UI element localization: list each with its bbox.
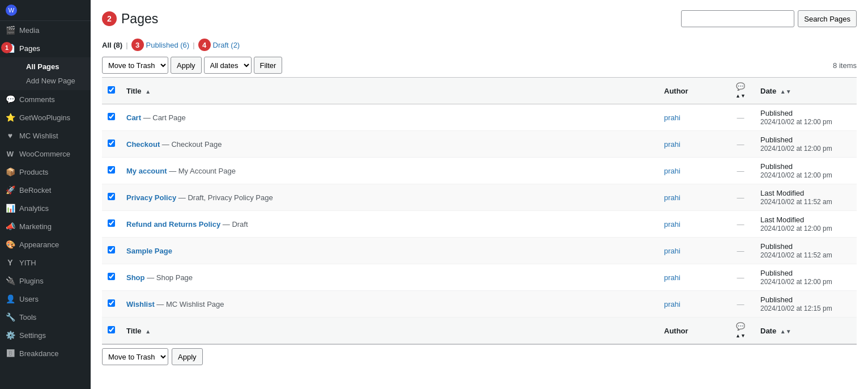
row-author-link[interactable]: prahi xyxy=(664,140,680,149)
row-date-cell: Last Modified 2024/10/02 at 12:00 pm xyxy=(755,211,857,238)
table-header-date[interactable]: Date ▲▼ xyxy=(755,78,857,104)
row-author-cell: prahi xyxy=(658,264,726,291)
row-title-cell: Wishlist — MC Wishlist Page xyxy=(121,291,658,318)
row-comments-cell: — xyxy=(726,104,755,131)
sidebar-item-marketing[interactable]: 📣 Marketing xyxy=(0,217,91,235)
sidebar-item-plugins[interactable]: 🔌 Plugins xyxy=(0,272,91,290)
row-title-link[interactable]: Cart xyxy=(126,113,141,122)
row-date-cell: Published 2024/10/02 at 12:00 pm xyxy=(755,131,857,158)
row-checkbox[interactable] xyxy=(108,273,115,280)
row-author-link[interactable]: prahi xyxy=(664,113,680,122)
step-badge-2: 2 xyxy=(102,11,117,26)
row-author-link[interactable]: prahi xyxy=(664,167,680,175)
sidebar-item-media[interactable]: 🎬 Media xyxy=(0,21,91,39)
sidebar-item-pages[interactable]: 📄 Pages 1 xyxy=(0,39,91,57)
row-date-status: Published xyxy=(760,242,793,251)
row-checkbox[interactable] xyxy=(108,166,115,174)
row-author-cell: prahi xyxy=(658,238,726,264)
row-title-link[interactable]: Refund and Returns Policy xyxy=(126,220,220,229)
appearance-icon: 🎨 xyxy=(6,240,15,249)
sidebar-item-yith[interactable]: Y YITH xyxy=(0,253,91,272)
sidebar-item-users[interactable]: 👤 Users xyxy=(0,290,91,308)
bulk-action-area: Move to Trash Apply All dates Filter xyxy=(102,57,282,74)
table-header-title[interactable]: Title ▲ xyxy=(121,78,658,104)
sidebar-item-getwoo[interactable]: ⭐ GetWooPlugins xyxy=(0,108,91,126)
sidebar-item-comments[interactable]: 💬 Comments xyxy=(0,90,91,108)
marketing-icon: 📣 xyxy=(6,222,15,231)
bulk-action-bottom-select[interactable]: Move to Trash xyxy=(102,348,168,365)
title-footer-sort-icon: ▲ xyxy=(145,328,151,335)
filter-button[interactable]: Filter xyxy=(254,57,283,74)
row-title-link[interactable]: Wishlist xyxy=(126,300,155,308)
sidebar-item-breakdance[interactable]: 🅱 Breakdance xyxy=(0,344,91,362)
sidebar-item-products[interactable]: 📦 Products xyxy=(0,163,91,181)
sidebar-pages-submenu: All Pages Add New Page xyxy=(0,57,91,90)
sidebar-item-berocket[interactable]: 🚀 BeRocket xyxy=(0,181,91,199)
row-comments-value: — xyxy=(737,220,744,229)
row-title-cell: Privacy Policy — Draft, Privacy Policy P… xyxy=(121,184,658,211)
sidebar-item-label: Appearance xyxy=(19,240,59,249)
table-footer-title[interactable]: Title ▲ xyxy=(121,318,658,344)
status-tab-draft[interactable]: Draft (2) xyxy=(213,41,240,49)
table-footer-date[interactable]: Date ▲▼ xyxy=(755,318,857,344)
row-title-link[interactable]: Sample Page xyxy=(126,247,172,255)
sidebar-item-label: Products xyxy=(19,168,48,176)
row-checkbox-cell xyxy=(102,264,121,291)
row-date-value: 2024/10/02 at 12:00 pm xyxy=(760,171,832,179)
sidebar-subitem-add-new[interactable]: Add New Page xyxy=(20,74,91,88)
row-checkbox[interactable] xyxy=(108,299,115,307)
sidebar-item-tools[interactable]: 🔧 Tools xyxy=(0,308,91,326)
row-checkbox[interactable] xyxy=(108,193,115,200)
row-author-link[interactable]: prahi xyxy=(664,220,680,229)
sidebar-item-analytics[interactable]: 📊 Analytics xyxy=(0,199,91,217)
row-checkbox-cell xyxy=(102,291,121,318)
table-row: Shop — Shop Page prahi — Published 2024/… xyxy=(102,264,857,291)
apply-button[interactable]: Apply xyxy=(171,57,202,74)
select-all-checkbox[interactable] xyxy=(108,86,115,94)
row-comments-value: — xyxy=(737,300,744,308)
sidebar-subitem-all-pages[interactable]: All Pages xyxy=(20,60,91,74)
row-comments-cell: — xyxy=(726,238,755,264)
row-title-suffix: — MC Wishlist Page xyxy=(156,300,224,308)
apply-bottom-button[interactable]: Apply xyxy=(172,348,203,365)
search-pages-button[interactable]: Search Pages xyxy=(798,10,857,27)
media-icon: 🎬 xyxy=(6,26,15,35)
sidebar-item-settings[interactable]: ⚙️ Settings xyxy=(0,326,91,344)
select-all-footer-checkbox[interactable] xyxy=(108,326,115,333)
row-comments-cell: — xyxy=(726,184,755,211)
row-author-link[interactable]: prahi xyxy=(664,193,680,202)
row-title-cell: Shop — Shop Page xyxy=(121,264,658,291)
page-title: Pages xyxy=(121,11,158,27)
sidebar-item-label: Marketing xyxy=(19,222,52,231)
date-filter-select[interactable]: All dates xyxy=(204,57,252,74)
table-row: Checkout — Checkout Page prahi — Publish… xyxy=(102,131,857,158)
row-title-link[interactable]: My account xyxy=(126,167,167,175)
sidebar-item-mcwishlist[interactable]: ♥ MC Wishlist xyxy=(0,126,91,145)
status-tab-all[interactable]: All (8) xyxy=(102,41,122,49)
row-title-link[interactable]: Checkout xyxy=(126,140,160,149)
yith-icon: Y xyxy=(6,258,15,267)
search-input[interactable] xyxy=(681,10,794,27)
row-title-cell: My account — My Account Page xyxy=(121,158,658,184)
row-checkbox[interactable] xyxy=(108,246,115,253)
row-author-link[interactable]: prahi xyxy=(664,300,680,308)
row-author-link[interactable]: prahi xyxy=(664,247,680,255)
row-checkbox[interactable] xyxy=(108,219,115,227)
row-date-status: Published xyxy=(760,162,793,171)
row-date-status: Published xyxy=(760,109,793,117)
row-checkbox[interactable] xyxy=(108,139,115,147)
sidebar-item-appearance[interactable]: 🎨 Appearance xyxy=(0,235,91,253)
row-checkbox[interactable] xyxy=(108,113,115,120)
row-author-link[interactable]: prahi xyxy=(664,273,680,282)
row-date-value: 2024/10/02 at 12:00 pm xyxy=(760,118,832,126)
analytics-icon: 📊 xyxy=(6,204,15,213)
status-tab-published[interactable]: Published (6) xyxy=(146,41,190,49)
sidebar-item-woocommerce[interactable]: W WooCommerce xyxy=(0,145,91,163)
row-title-link[interactable]: Shop xyxy=(126,273,145,282)
table-row: Privacy Policy — Draft, Privacy Policy P… xyxy=(102,184,857,211)
berocket-icon: 🚀 xyxy=(6,185,15,195)
row-date-cell: Published 2024/10/02 at 12:00 pm xyxy=(755,158,857,184)
row-comments-cell: — xyxy=(726,131,755,158)
bulk-action-select[interactable]: Move to Trash xyxy=(102,57,168,74)
row-title-link[interactable]: Privacy Policy xyxy=(126,193,176,202)
